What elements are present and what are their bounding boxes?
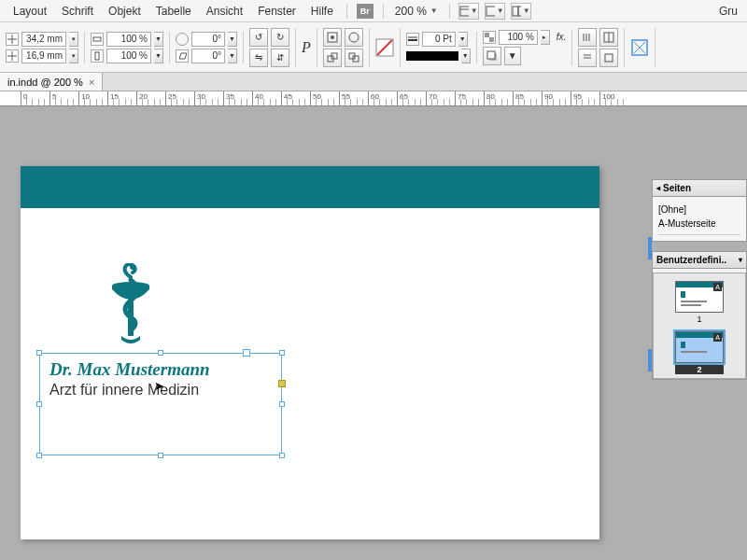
chevron-down-icon[interactable]: ▼ bbox=[458, 32, 468, 47]
resize-handle[interactable] bbox=[36, 453, 42, 458]
scale-y-field[interactable]: 100 % bbox=[106, 49, 151, 63]
rotate-cw-button[interactable]: ↻ bbox=[271, 28, 289, 47]
resize-handle[interactable] bbox=[279, 453, 285, 458]
stepper-icon[interactable]: ▾ bbox=[69, 49, 78, 63]
y-field[interactable]: 16,9 mm bbox=[21, 49, 66, 63]
resize-handle[interactable] bbox=[36, 401, 42, 407]
chevron-down-icon[interactable]: ▼ bbox=[154, 32, 163, 47]
subtitle-line: Arzt für innere Medizin bbox=[40, 380, 281, 400]
bridge-button[interactable]: Br bbox=[357, 4, 374, 19]
select-container-button[interactable] bbox=[323, 28, 342, 47]
page-thumb-2[interactable]: A bbox=[675, 331, 724, 363]
svg-rect-10 bbox=[95, 52, 99, 60]
menu-tabelle[interactable]: Tabelle bbox=[148, 0, 199, 21]
fill-swatch[interactable] bbox=[375, 28, 401, 67]
menu-fenster[interactable]: Fenster bbox=[250, 0, 303, 21]
separator bbox=[383, 4, 384, 19]
select-content-button[interactable] bbox=[345, 28, 363, 47]
rotate-group: 0° ▼ 0° ▼ bbox=[176, 32, 244, 63]
pages-panel: ◂ Seiten [Ohne] A-Musterseite bbox=[652, 179, 747, 242]
flip-h-button[interactable]: ⇋ bbox=[249, 49, 268, 67]
selected-text-frame[interactable]: Dr. Max Mustermann Arzt für innere Mediz… bbox=[39, 353, 282, 455]
medical-logo bbox=[103, 263, 159, 347]
chevron-down-icon[interactable]: ▼ bbox=[228, 32, 237, 47]
chevron-down-icon: ▼ bbox=[430, 7, 438, 15]
stepper-icon[interactable]: ▾ bbox=[69, 32, 78, 47]
workspace-switcher[interactable]: Gru bbox=[719, 5, 741, 18]
rotate-field[interactable]: 0° bbox=[191, 32, 225, 47]
screen-mode-button[interactable]: ▼ bbox=[485, 3, 505, 20]
shear-field[interactable]: 0° bbox=[191, 49, 225, 63]
close-icon[interactable]: × bbox=[89, 77, 94, 88]
x-icon bbox=[6, 33, 19, 46]
custom-panel: Benutzerdefini.. ▾ A 1 bbox=[652, 251, 747, 380]
resize-handle[interactable] bbox=[158, 453, 163, 458]
document-tabs: in.indd @ 200 % × bbox=[0, 73, 747, 91]
stroke-weight-field[interactable]: 0 Pt bbox=[422, 32, 456, 47]
menu-hilfe[interactable]: Hilfe bbox=[303, 0, 341, 21]
arrange-button[interactable]: ▼ bbox=[511, 3, 531, 20]
balance-columns-button[interactable] bbox=[599, 28, 618, 47]
columns-button[interactable] bbox=[578, 28, 597, 47]
svg-rect-3 bbox=[513, 7, 518, 16]
page-thumb-1[interactable]: A bbox=[675, 281, 724, 313]
stroke-weight-icon bbox=[406, 33, 419, 46]
chevron-down-icon[interactable]: ▸ bbox=[541, 30, 550, 45]
menu-schrift[interactable]: Schrift bbox=[54, 0, 101, 21]
horizontal-ruler[interactable]: 0510152025303540455055606570758085909510… bbox=[0, 91, 747, 106]
document-page[interactable]: Dr. Max Mustermann Arzt für innere Mediz… bbox=[21, 166, 599, 539]
select-prev-button[interactable] bbox=[323, 49, 342, 67]
svg-rect-24 bbox=[489, 37, 494, 42]
menu-layout[interactable]: Layout bbox=[6, 0, 54, 21]
stroke-group: 0 Pt ▼ ▼ bbox=[406, 32, 477, 63]
text-in-port[interactable] bbox=[243, 349, 250, 357]
canvas-area[interactable]: Dr. Max Mustermann Arzt für innere Mediz… bbox=[0, 106, 644, 560]
rotate-ccw-button[interactable]: ↺ bbox=[249, 28, 268, 47]
view-options-button[interactable]: ▼ bbox=[458, 3, 479, 20]
opacity-icon bbox=[483, 31, 496, 44]
object-tools bbox=[323, 28, 370, 67]
opacity-field[interactable]: 100 % bbox=[499, 30, 538, 45]
effects-dropdown[interactable]: ▼ bbox=[504, 47, 521, 65]
select-next-button[interactable] bbox=[345, 49, 363, 67]
document-tab[interactable]: in.indd @ 200 % × bbox=[0, 73, 103, 91]
stroke-style-swatch[interactable] bbox=[406, 51, 458, 61]
position-group: 34,2 mm ▾ 16,9 mm ▾ bbox=[6, 32, 85, 63]
fx-button[interactable]: fx. bbox=[557, 32, 567, 42]
menu-objekt[interactable]: Objekt bbox=[101, 0, 148, 21]
svg-rect-34 bbox=[605, 54, 613, 62]
scale-x-icon bbox=[91, 33, 104, 46]
resize-handle[interactable] bbox=[36, 350, 42, 356]
drop-shadow-button[interactable] bbox=[483, 47, 501, 65]
flip-v-button[interactable]: ⇵ bbox=[271, 49, 289, 67]
x-field[interactable]: 34,2 mm bbox=[21, 32, 66, 47]
zoom-value: 200 % bbox=[395, 5, 427, 18]
menu-ansicht[interactable]: Ansicht bbox=[199, 0, 250, 21]
vertical-align-button[interactable] bbox=[578, 49, 597, 67]
svg-rect-2 bbox=[486, 7, 495, 16]
scale-x-field[interactable]: 100 % bbox=[106, 32, 151, 47]
master-none[interactable]: [Ohne] bbox=[658, 203, 740, 217]
master-a[interactable]: A-Musterseite bbox=[658, 217, 740, 235]
chevron-down-icon[interactable]: ▼ bbox=[461, 49, 471, 63]
transform-tools: ↺ ↻ ⇋ ⇵ bbox=[249, 28, 296, 67]
text-out-port[interactable] bbox=[278, 380, 286, 387]
zoom-dropdown[interactable]: 200 % ▼ bbox=[395, 5, 438, 18]
panel-title: Benutzerdefini.. bbox=[656, 255, 726, 265]
chevron-down-icon[interactable]: ▼ bbox=[228, 49, 237, 63]
resize-handle[interactable] bbox=[279, 350, 285, 356]
resize-handle[interactable] bbox=[279, 401, 285, 407]
page-number-label: 1 bbox=[675, 315, 724, 324]
custom-panel-tab[interactable]: Benutzerdefini.. ▾ bbox=[653, 252, 746, 269]
separator bbox=[346, 4, 347, 19]
page-thumbnails: A 1 A 2 bbox=[653, 273, 746, 379]
pages-panel-tab[interactable]: ◂ Seiten bbox=[653, 180, 746, 197]
svg-point-13 bbox=[331, 35, 334, 39]
chevron-down-icon[interactable]: ▼ bbox=[154, 49, 163, 63]
resize-handle[interactable] bbox=[158, 350, 163, 356]
fit-frame-button[interactable] bbox=[630, 28, 655, 67]
svg-rect-26 bbox=[487, 51, 495, 59]
collapse-icon: ◂ bbox=[656, 184, 660, 192]
frame-options-button[interactable] bbox=[599, 49, 618, 67]
menu-bar: Layout Schrift Objekt Tabelle Ansicht Fe… bbox=[0, 0, 747, 22]
